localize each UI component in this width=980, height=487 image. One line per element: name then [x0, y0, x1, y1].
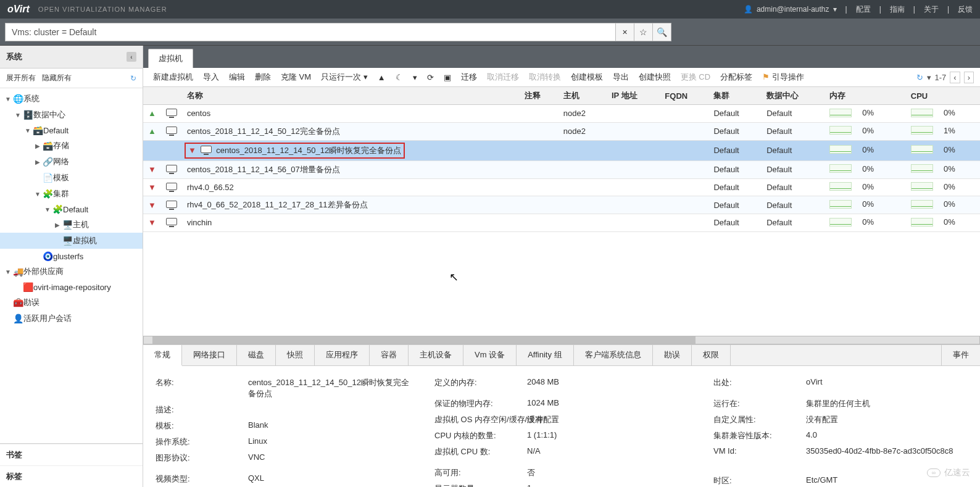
detail-tab[interactable]: 磁盘: [237, 345, 276, 365]
tree-node[interactable]: ▼🧩Default: [0, 202, 143, 217]
table-row[interactable]: ▲centosnode2DefaultDefault0%0%0%VNC: [143, 105, 980, 123]
detail-tab[interactable]: 应用程序: [315, 345, 370, 365]
reboot-icon[interactable]: ⟳: [423, 72, 438, 83]
tree-node-label: 虚拟机: [73, 235, 97, 246]
chevron-down-icon[interactable]: ▾: [927, 73, 931, 82]
tree-twisty-icon: ▼: [4, 96, 12, 102]
column-header[interactable]: [143, 87, 161, 105]
detail-key: CPU 内核的数量:: [434, 430, 527, 441]
toolbar-button[interactable]: 创建快照: [635, 70, 675, 84]
tree-node[interactable]: ▶🖥️主机: [0, 217, 143, 233]
detail-key: 出处:: [713, 377, 806, 388]
detail-tab-events[interactable]: 事件: [941, 345, 980, 365]
detail-tab[interactable]: Affinity 组: [517, 345, 573, 365]
column-header[interactable]: 注释: [520, 87, 559, 105]
toolbar-button[interactable]: 只运行一次 ▾: [317, 70, 372, 84]
table-row[interactable]: ▲centos_2018_11_12_14_50_12完全备份点node2Def…: [143, 122, 980, 140]
tree-node[interactable]: 🖥️虚拟机: [0, 233, 143, 249]
detail-value: [248, 404, 410, 415]
tree-node[interactable]: 👤活跃用户会话: [0, 310, 143, 327]
tree-node[interactable]: ▼🚚外部供应商: [0, 264, 143, 280]
column-header[interactable]: 数据中心: [762, 87, 824, 105]
search-button[interactable]: 🔍: [653, 23, 671, 41]
tree-twisty-icon: ▶: [33, 159, 42, 165]
header-link-feedback[interactable]: 反馈: [958, 4, 973, 15]
toolbar-button[interactable]: 导入: [199, 70, 223, 84]
table-row[interactable]: ▼ centos_2018_11_12_14_50_12瞬时恢复完全备份点Def…: [143, 140, 980, 160]
content-area: 虚拟机 新建虚拟机导入编辑删除克隆 VM只运行一次 ▾▲☾▾⟳▣迁移取消迁移取消…: [143, 46, 980, 487]
tree-node[interactable]: ▼🗃️Default: [0, 123, 143, 138]
header-link-guide[interactable]: 指南: [890, 4, 905, 15]
detail-key: 保证的物理内存:: [434, 398, 527, 409]
sidebar-collapse-button[interactable]: ‹: [127, 52, 136, 62]
toolbar-button[interactable]: 分配标签: [716, 70, 756, 84]
table-row[interactable]: ▼vinchinDefaultDefault0%0%0%None: [143, 214, 980, 232]
shutdown-icon[interactable]: ▾: [409, 72, 421, 83]
toolbar-button[interactable]: 导出: [609, 70, 633, 84]
detail-tab[interactable]: 常规: [143, 345, 182, 366]
detail-row: 虚拟机 OS 内存空闲/缓存/缓冲:没有配置: [434, 412, 689, 428]
sidebar-tags[interactable]: 标签: [0, 465, 143, 487]
column-header[interactable]: 集群: [708, 87, 762, 105]
sidebar-bookmarks[interactable]: 书签: [0, 444, 143, 465]
tree-node[interactable]: 📄模板: [0, 170, 143, 186]
detail-tab[interactable]: 勘误: [653, 345, 692, 365]
table-row[interactable]: ▼centos_2018_11_12_14_56_07增量备份点DefaultD…: [143, 160, 980, 178]
column-header[interactable]: 内存: [824, 87, 906, 105]
bookmark-button[interactable]: ☆: [634, 23, 653, 41]
toolbar-button[interactable]: 新建虚拟机: [149, 70, 197, 84]
console-icon[interactable]: ▣: [440, 72, 455, 83]
toolbar-button[interactable]: 删除: [251, 70, 275, 84]
detail-value: N/A: [527, 446, 689, 457]
detail-tab[interactable]: Vm 设备: [463, 345, 517, 365]
tree-node-label: 外部供应商: [23, 266, 64, 277]
table-row[interactable]: ▼rhv4_0_66_52_2018_11_12_17_28_11差异备份点De…: [143, 196, 980, 214]
column-header[interactable]: FQDN: [660, 87, 708, 105]
detail-value: 集群里的任何主机: [806, 398, 968, 409]
refresh-icon[interactable]: ↻: [916, 73, 923, 82]
tree-node[interactable]: 🧿glusterfs: [0, 249, 143, 264]
header-link-about[interactable]: 关于: [924, 4, 939, 15]
prev-page-button[interactable]: ‹: [950, 72, 960, 83]
toolbar-button[interactable]: 创建模板: [567, 70, 607, 84]
tree-node[interactable]: ▼🧩集群: [0, 186, 143, 202]
toolbar-guide-button[interactable]: ⚑ 引导操作: [758, 70, 808, 84]
column-header[interactable]: IP 地址: [607, 87, 660, 105]
expand-all-link[interactable]: 展开所有: [6, 73, 36, 82]
column-header[interactable]: 主机: [559, 87, 607, 105]
search-input[interactable]: [5, 23, 616, 41]
toolbar-button[interactable]: 迁移: [457, 70, 481, 84]
detail-tab[interactable]: 网络接口: [182, 345, 237, 365]
tree-node[interactable]: 🧰勘误: [0, 294, 143, 310]
header-link-config[interactable]: 配置: [856, 4, 871, 15]
column-header[interactable]: CPU: [906, 87, 980, 105]
column-header[interactable]: 名称: [182, 87, 520, 105]
tree-node[interactable]: ▶🗃️存储: [0, 138, 143, 154]
detail-tab[interactable]: 客户端系统信息: [574, 345, 653, 365]
next-page-button[interactable]: ›: [964, 72, 974, 83]
tree-refresh-icon[interactable]: ↻: [130, 74, 136, 83]
vm-name-cell: rhv4_0_66_52_2018_11_12_17_28_11差异备份点: [182, 196, 520, 214]
content-tab-vm[interactable]: 虚拟机: [148, 49, 193, 68]
collapse-all-link[interactable]: 隐藏所有: [42, 73, 72, 82]
tree-node[interactable]: ▶🔗网络: [0, 154, 143, 170]
run-icon[interactable]: ▲: [374, 72, 389, 83]
column-header[interactable]: [161, 87, 182, 105]
tree-node[interactable]: ▼🌐系统: [0, 91, 143, 107]
detail-tab[interactable]: 容器: [370, 345, 409, 365]
detail-tab[interactable]: 主机设备: [409, 345, 463, 365]
detail-tab[interactable]: 快照: [276, 345, 315, 365]
detail-tab[interactable]: 权限: [692, 345, 731, 365]
grid-horizontal-scrollbar[interactable]: [143, 336, 980, 344]
detail-row: 集群兼容性版本:4.0: [713, 428, 968, 444]
tree-node-icon: 🌐: [12, 94, 23, 104]
user-menu[interactable]: 👤 admin@internal-authz ▾: [744, 5, 837, 14]
tree-node[interactable]: 🟥ovirt-image-repository: [0, 280, 143, 294]
detail-row: VM Id:35035ed0-40d2-4fbb-8e7c-ad3c0f50c8…: [713, 444, 968, 458]
clear-button[interactable]: ×: [616, 23, 634, 41]
table-row[interactable]: ▼rhv4.0_66.52DefaultDefault0%0%0%None: [143, 178, 980, 196]
toolbar-button[interactable]: 编辑: [225, 70, 249, 84]
toolbar-button[interactable]: 克隆 VM: [277, 70, 315, 84]
tree-node[interactable]: ▼🗄️数据中心: [0, 107, 143, 123]
suspend-icon[interactable]: ☾: [392, 72, 407, 83]
